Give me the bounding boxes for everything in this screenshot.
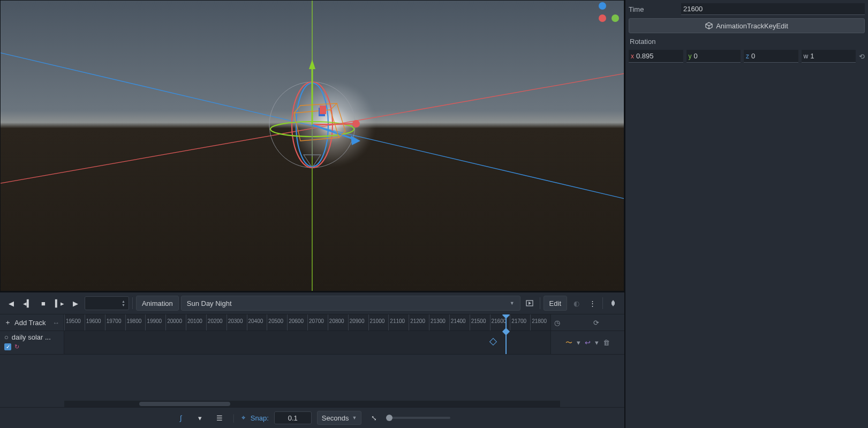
track-header[interactable]: ○ daily solar ... ↻: [0, 331, 64, 354]
rotation-z-input[interactable]: [751, 52, 796, 60]
stop-button[interactable]: ■: [36, 296, 50, 310]
ruler-tick: 21000: [368, 314, 385, 331]
rotation-x-field[interactable]: x: [629, 50, 683, 63]
add-track-button[interactable]: ＋ Add Track ↔: [0, 314, 64, 331]
scrollbar-thumb[interactable]: [139, 402, 230, 406]
zoom-slider[interactable]: [386, 417, 450, 419]
track-type-icon: ○: [4, 333, 9, 341]
play-reverse-from-end-button[interactable]: ◀: [4, 296, 18, 310]
ruler-tick: 21100: [388, 314, 405, 331]
animation-length-input[interactable]: 86400: [563, 319, 590, 327]
rotation-w-field[interactable]: w: [802, 50, 856, 63]
resize-handle-icon[interactable]: ↔: [52, 319, 59, 327]
animation-length-control: ◷ 86400 ⟳: [550, 314, 624, 331]
animation-panel: ◀ ◂▍ ■ ▍▸ ▶ 73.1612 ▲▼ Animation Sun Day…: [0, 291, 624, 428]
play-from-start-button[interactable]: ▶: [69, 296, 82, 310]
animation-selector[interactable]: Sun Day Night ▼: [181, 296, 520, 311]
ruler-tick: 19600: [85, 314, 101, 331]
snap-toggle-icon[interactable]: ⌖: [241, 414, 245, 422]
viewport-3d[interactable]: [0, 0, 624, 291]
track-list-button[interactable]: ☰: [213, 411, 227, 425]
spin-up-icon[interactable]: ▲: [122, 300, 125, 303]
autoplay-button[interactable]: [523, 296, 537, 310]
wrap-down2-icon[interactable]: ▾: [595, 339, 599, 347]
filter-tracks-button[interactable]: ▾: [193, 411, 207, 425]
track-enabled-checkbox[interactable]: [4, 343, 11, 350]
axis-dot-z[interactable]: [599, 2, 606, 10]
inspector-object-name: AnimationTrackKeyEdit: [716, 22, 788, 30]
snap-label: Snap:: [251, 414, 269, 422]
svg-marker-18: [529, 302, 531, 305]
edit-menu-button[interactable]: Edit: [544, 296, 567, 311]
play-reverse-button[interactable]: ◂▍: [20, 296, 34, 310]
ruler-tick: 19500: [64, 314, 81, 331]
loop-wrap-button[interactable]: ↩: [585, 339, 591, 347]
axis-w-label: w: [804, 52, 809, 60]
play-button[interactable]: ▍▸: [52, 296, 66, 310]
axis-z-label: z: [746, 52, 749, 60]
pin-button[interactable]: [606, 296, 620, 310]
ruler-tick: 20000: [165, 314, 182, 331]
playhead[interactable]: [505, 331, 507, 354]
time-spinbox[interactable]: 73.1612 ▲▼: [85, 296, 129, 310]
add-track-label: Add Track: [14, 319, 46, 327]
zoom-fit-button[interactable]: ⤡: [367, 411, 381, 425]
delete-track-button[interactable]: 🗑: [603, 339, 610, 347]
ruler-tick: 19800: [125, 314, 142, 331]
spin-down-icon[interactable]: ▼: [122, 304, 125, 307]
snap-value-input[interactable]: [274, 411, 312, 424]
ruler-tick: 21200: [409, 314, 425, 331]
inspector-object-header[interactable]: AnimationTrackKeyEdit: [629, 18, 865, 33]
time-input[interactable]: 73.1612: [88, 299, 118, 307]
rotation-quaternion-row: x y z w ⟲: [629, 50, 865, 63]
ruler-tick: 20800: [328, 314, 344, 331]
time-property-label: Time: [629, 5, 677, 13]
zoom-slider-handle[interactable]: [386, 415, 393, 421]
animation-menu-button[interactable]: Animation: [136, 296, 179, 311]
rotation-x-input[interactable]: [636, 52, 681, 60]
axis-dot-x[interactable]: [599, 14, 606, 22]
timeline-ruler[interactable]: 1950019600197001980019900200002010020200…: [64, 314, 550, 331]
track-lane[interactable]: [64, 331, 550, 354]
inspector-panel: Time AnimationTrackKeyEdit Rotation x y …: [625, 0, 868, 428]
track-name-label: daily solar ...: [12, 333, 51, 341]
viewport-axes-indicator[interactable]: [597, 1, 621, 25]
ruler-tick: 21400: [449, 314, 466, 331]
rotation-section-label: Rotation: [629, 35, 865, 48]
rotation-w-input[interactable]: [810, 52, 854, 60]
more-options-button[interactable]: ⋮: [585, 296, 599, 310]
onion-skin-button[interactable]: ◐: [569, 296, 583, 310]
rotation-y-input[interactable]: [694, 52, 739, 60]
interp-mode-button[interactable]: 〜: [565, 338, 572, 348]
clock-icon[interactable]: ◷: [554, 319, 560, 327]
viewport-overlay: [1, 1, 624, 291]
svg-line-9: [312, 124, 354, 125]
ruler-tick: 21800: [530, 314, 547, 331]
timeline-scrollbar[interactable]: [64, 401, 560, 407]
axis-dot-y[interactable]: [612, 14, 619, 22]
chevron-down-icon: ▼: [510, 301, 515, 306]
axis-y-label: y: [689, 52, 692, 60]
keyframe[interactable]: [489, 337, 497, 345]
time-unit-select[interactable]: Seconds ▼: [317, 411, 362, 425]
loop-button[interactable]: ⟳: [593, 319, 599, 327]
rotation-track-icon: ↻: [14, 343, 19, 350]
ruler-tick: 20200: [206, 314, 223, 331]
rotation-y-field[interactable]: y: [686, 50, 741, 63]
rotation-z-field[interactable]: z: [744, 50, 798, 63]
track-options: 〜 ▾ ↩ ▾ 🗑: [550, 331, 624, 354]
animation-bottom-bar: ∫ ▾ ☰ │ ⌖ Snap: Seconds ▼ ⤡: [0, 407, 624, 428]
plus-icon: ＋: [4, 318, 11, 327]
ruler-tick: 19700: [105, 314, 122, 331]
wrap-down-icon[interactable]: ▾: [577, 339, 580, 347]
bezier-curve-button[interactable]: ∫: [174, 411, 188, 425]
track-row: ○ daily solar ... ↻ 〜 ▾ ↩ ▾: [0, 331, 624, 355]
ruler-tick: 20100: [186, 314, 202, 331]
object-icon: [705, 22, 713, 29]
timeline-ruler-row: ＋ Add Track ↔ 19500196001970019800199002…: [0, 314, 624, 331]
time-property-input[interactable]: [681, 3, 865, 15]
reset-property-button[interactable]: ⟲: [859, 52, 865, 61]
ruler-tick: 20500: [267, 314, 283, 331]
svg-point-10: [352, 120, 360, 127]
chevron-down-icon: ▼: [352, 415, 357, 421]
